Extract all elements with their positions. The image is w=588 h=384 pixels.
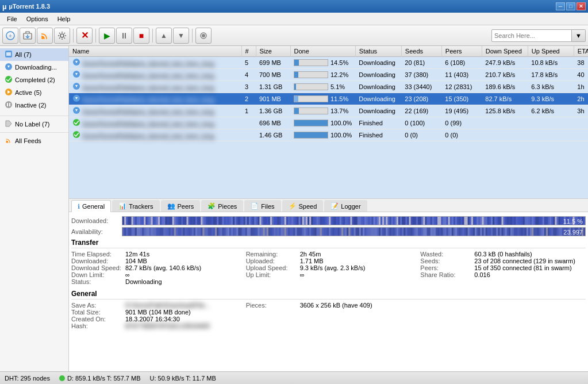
downloaded-row: Downloaded: 104 MB bbox=[71, 258, 237, 264]
close-button[interactable]: ✕ bbox=[577, 2, 586, 10]
cell-eta: 40 bbox=[574, 69, 588, 81]
search-input[interactable] bbox=[491, 29, 572, 42]
table-row[interactable]: SomeTorrentFileName_blurred_text_here_lo… bbox=[69, 105, 588, 117]
remaining-label: Remaining: bbox=[246, 251, 298, 258]
table-row[interactable]: SomeTorrentFileName_blurred_text_here_lo… bbox=[69, 93, 588, 105]
torrent-tbody: SomeTorrentFileName_blurred_text_here_lo… bbox=[69, 57, 588, 141]
preferences-button[interactable] bbox=[54, 28, 70, 44]
share-ratio-row: Share Ratio: 0.016 bbox=[420, 271, 586, 278]
tab-files[interactable]: 📄 Files bbox=[244, 200, 280, 212]
col-status[interactable]: Status bbox=[355, 46, 401, 57]
menu-file[interactable]: File bbox=[2, 14, 22, 24]
cell-done: 5.1% bbox=[290, 81, 355, 93]
connection-status: D: 859.1 kB/s T: 557.7 MB bbox=[59, 375, 141, 382]
cell-down-speed bbox=[482, 117, 528, 129]
table-row[interactable]: SomeTorrentFileName_blurred_text_here_lo… bbox=[69, 129, 588, 141]
pieces-tab-icon: 🧩 bbox=[207, 202, 216, 210]
downloading-icon bbox=[5, 63, 13, 72]
table-row[interactable]: SomeTorrentFileName_blurred_text_here_lo… bbox=[69, 69, 588, 81]
start-button[interactable]: ▶ bbox=[99, 28, 115, 44]
add-torrent-button[interactable] bbox=[20, 28, 36, 44]
remove-button[interactable]: ✕ bbox=[76, 28, 93, 44]
menu-help[interactable]: Help bbox=[53, 14, 75, 24]
cell-name: SomeTorrentFileName_blurred_text_here_lo… bbox=[69, 93, 241, 105]
tab-general[interactable]: ℹ General bbox=[71, 200, 111, 212]
col-done[interactable]: Done bbox=[290, 46, 355, 57]
col-down-speed[interactable]: Down Speed bbox=[482, 46, 528, 57]
sidebar-item-no-label[interactable]: No Label (7) bbox=[0, 118, 68, 130]
transfer-col-3: Wasted: 60.3 kB (0 hashfails) Seeds: 23 … bbox=[420, 251, 586, 285]
total-size-value: 901 MB (104 MB done) bbox=[125, 309, 191, 316]
sidebar-feeds-label: All Feeds bbox=[15, 137, 41, 144]
share-ratio-value: 0.016 bbox=[474, 271, 490, 278]
tab-trackers[interactable]: 📊 Trackers bbox=[112, 200, 159, 212]
sidebar-active-label: Active (5) bbox=[15, 89, 41, 96]
table-row[interactable]: SomeTorrentFileName_blurred_text_here_lo… bbox=[69, 81, 588, 93]
cell-up-speed: 6.3 kB/s bbox=[528, 81, 574, 93]
cell-done: 100.0% bbox=[290, 129, 355, 141]
maximize-button[interactable]: □ bbox=[566, 2, 575, 10]
tab-pieces[interactable]: 🧩 Pieces bbox=[201, 200, 243, 212]
pieces-value: 3606 x 256 kB (have 409) bbox=[300, 302, 372, 309]
cell-seeds: 20 (81) bbox=[401, 57, 441, 69]
cell-seeds: 22 (169) bbox=[401, 105, 441, 117]
time-elapsed-value: 12m 41s bbox=[125, 251, 149, 258]
table-row[interactable]: SomeTorrentFileName_blurred_text_here_lo… bbox=[69, 57, 588, 69]
menu-options[interactable]: Options bbox=[22, 14, 53, 24]
sidebar-item-active[interactable]: Active (5) bbox=[0, 86, 68, 99]
sidebar-item-downloading[interactable]: Downloading... bbox=[0, 61, 68, 74]
torrent-list-container[interactable]: Name # Size Done Status Seeds Peers Down… bbox=[69, 46, 588, 199]
cell-peers: 12 (2831) bbox=[441, 81, 482, 93]
search-button[interactable]: ▼ bbox=[572, 29, 586, 42]
col-num[interactable]: # bbox=[241, 46, 256, 57]
cell-status: Downloading bbox=[355, 105, 401, 117]
cell-status: Finished bbox=[355, 117, 401, 129]
completed-icon bbox=[5, 75, 13, 85]
col-name[interactable]: Name bbox=[69, 46, 241, 57]
col-peers[interactable]: Peers bbox=[441, 46, 482, 57]
stop-button[interactable]: ■ bbox=[133, 28, 149, 44]
cell-status: Downloading bbox=[355, 69, 401, 81]
cell-up-speed bbox=[528, 117, 574, 129]
down-speed-label: D: 859.1 kB/s T: 557.7 MB bbox=[67, 375, 141, 382]
peers-label: Peers: bbox=[420, 264, 472, 271]
trackers-tab-icon: 📊 bbox=[118, 202, 126, 210]
table-row[interactable]: SomeTorrentFileName_blurred_text_here_lo… bbox=[69, 117, 588, 129]
tab-speed[interactable]: ⚡ Speed bbox=[282, 200, 324, 212]
options-button[interactable] bbox=[195, 28, 212, 44]
upload-speed-label: Upload Speed: bbox=[246, 264, 298, 271]
down-limit-row: Down Limit: ∞ bbox=[71, 271, 237, 278]
up-limit-label: Up Limit: bbox=[246, 271, 298, 278]
pause-button[interactable]: ⏸ bbox=[116, 28, 132, 44]
sidebar-item-completed[interactable]: Completed (2) bbox=[0, 74, 68, 86]
tab-logger[interactable]: 📝 Logger bbox=[324, 200, 367, 212]
cell-num: 4 bbox=[241, 69, 256, 81]
col-seeds[interactable]: Seeds bbox=[401, 46, 441, 57]
download-speed-row: Download Speed: 82.7 kB/s (avg. 140.6 kB… bbox=[71, 264, 237, 271]
sidebar-item-all[interactable]: All (7) bbox=[0, 48, 68, 61]
add-url-button[interactable]: + bbox=[2, 28, 18, 44]
cell-peers: 6 (108) bbox=[441, 57, 482, 69]
cell-name: SomeTorrentFileName_blurred_text_here_lo… bbox=[69, 105, 241, 117]
cell-done: 14.5% bbox=[290, 57, 355, 69]
menubar: File Options Help bbox=[0, 13, 588, 25]
general-col-2: Pieces: 3606 x 256 kB (have 409) bbox=[246, 302, 412, 329]
move-up-button[interactable]: ▲ bbox=[156, 28, 172, 44]
move-down-button[interactable]: ▼ bbox=[173, 28, 189, 44]
minimize-button[interactable]: ─ bbox=[556, 2, 565, 10]
rss-button[interactable] bbox=[37, 28, 53, 44]
up-limit-value: ∞ bbox=[300, 271, 305, 278]
tab-peers[interactable]: 👥 Peers bbox=[161, 200, 201, 212]
col-eta[interactable]: ETA bbox=[574, 46, 588, 57]
sidebar-item-feeds[interactable]: All Feeds bbox=[0, 135, 68, 147]
col-up-speed[interactable]: Up Speed bbox=[528, 46, 574, 57]
remaining-row: Remaining: 2h 45m bbox=[246, 251, 412, 258]
cell-num: 1 bbox=[241, 105, 256, 117]
svg-rect-18 bbox=[7, 103, 8, 106]
content: Name # Size Done Status Seeds Peers Down… bbox=[69, 46, 588, 371]
col-size[interactable]: Size bbox=[256, 46, 290, 57]
cell-name: SomeTorrentFileName_blurred_text_here_lo… bbox=[69, 81, 241, 93]
cell-seeds: 37 (380) bbox=[401, 69, 441, 81]
sidebar-item-inactive[interactable]: Inactive (2) bbox=[0, 99, 68, 112]
cell-down-speed: 247.9 kB/s bbox=[482, 57, 528, 69]
